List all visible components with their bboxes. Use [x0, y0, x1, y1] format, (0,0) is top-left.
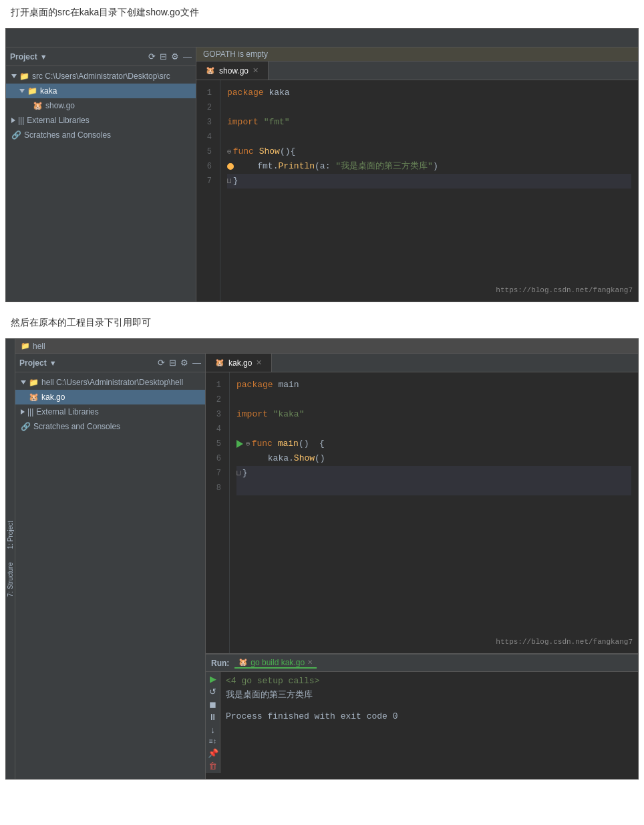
fn-show: Show	[259, 144, 280, 159]
rerun-btn[interactable]: ↺	[209, 687, 216, 696]
tree-label-scratches-1: Scratches and Consoles	[24, 130, 111, 140]
code-area-2[interactable]: package main import "kaka"	[230, 372, 638, 653]
window-title-icon: 📁	[21, 342, 30, 350]
ln2-7: 7	[211, 466, 221, 481]
tab-go-icon-2: 🐹	[215, 358, 224, 367]
folder-icon-hell: 📁	[29, 378, 39, 387]
tab-close-kak-go[interactable]: ✕	[256, 358, 262, 367]
folder-icon-src: 📁	[19, 72, 29, 81]
expand-icon-ext	[11, 118, 15, 123]
ide-main-2: Project ▼ ⟳ ⊟ ⚙ — 📁 hell C:\U	[15, 354, 638, 779]
code-line-2-2	[236, 392, 631, 407]
kw-func-1: func	[233, 144, 254, 159]
kw-func-2: func	[252, 437, 273, 451]
tree-label-ext-libs-1: External Libraries	[27, 116, 89, 125]
window-title-text: hell	[33, 342, 45, 351]
func-end-indicator: ⊔	[227, 174, 232, 189]
ln2-1: 1	[211, 378, 221, 392]
stop-btn[interactable]: ◼	[209, 700, 216, 709]
collapse-icon[interactable]: ⊟	[160, 52, 167, 61]
tree-item-show-go[interactable]: 🐹 show.go	[6, 98, 196, 113]
tree-item-src[interactable]: 📁 src C:\Users\Administrator\Desktop\src	[6, 69, 196, 84]
instruction-2: 然后在原本的工程目录下引用即可	[0, 310, 644, 336]
line-numbers-1: 1 2 3 4 5 6 7	[196, 80, 220, 302]
go-file-icon-2: 🐹	[29, 392, 39, 402]
sync-icon-2[interactable]: ⟳	[158, 358, 165, 367]
delete-btn[interactable]: 🗑	[208, 761, 217, 770]
tree-item-scratches-1[interactable]: 🔗 Scratches and Consoles	[6, 128, 196, 142]
import-fmt-1: "fmt"	[264, 115, 290, 130]
ide-sidebar-2: Project ▼ ⟳ ⊟ ⚙ — 📁 hell C:\U	[15, 354, 206, 779]
run-sidebar-btns: ▶ ↺ ◼ ⏸ ↓ ≡↕ 📌 🗑	[206, 672, 220, 773]
scroll-end-btn[interactable]: ↓	[210, 725, 215, 734]
minimize-icon-2[interactable]: —	[192, 358, 201, 367]
settings-icon[interactable]: ⚙	[171, 52, 179, 61]
pin-btn[interactable]: 📌	[208, 749, 218, 757]
instruction-1: 打开桌面的src在kaka目录下创建show.go文件	[0, 0, 644, 25]
tree-label-src: src C:\Users\Administrator\Desktop\src	[32, 72, 170, 81]
tab-close-show-go[interactable]: ✕	[253, 66, 259, 75]
sidebar-tree-2: 📁 hell C:\Users\Administrator\Desktop\he…	[15, 372, 205, 437]
tab-show-go[interactable]: 🐹 show.go ✕	[196, 62, 269, 80]
left-tab-project[interactable]: 1: Project	[7, 521, 14, 549]
go-file-icon: 🐹	[33, 101, 43, 110]
run-tab-label: go build kak.go	[251, 658, 305, 667]
sidebar-toolbar-right-2[interactable]: ⟳ ⊟ ⚙ —	[158, 358, 201, 367]
scratches-icon: 🔗	[11, 130, 21, 140]
println-method: Println	[278, 159, 315, 174]
ln-6: 6	[202, 159, 212, 174]
code-line-1-1: package kaka	[227, 86, 631, 100]
ext-libs-icon: |||	[18, 116, 24, 125]
run-btn[interactable]: ▶	[210, 675, 216, 683]
window-title-bar: 📁 hell	[15, 339, 638, 354]
sidebar-toolbar-1: Project ▼ ⟳ ⊟ ⚙ —	[6, 47, 196, 66]
tree-item-scratches-2[interactable]: 🔗 Scratches and Consoles	[15, 419, 205, 434]
sidebar-toolbar-left: Project ▼	[10, 52, 47, 62]
ide-window-1: Project ▼ ⟳ ⊟ ⚙ — 📁 src C:\Us	[5, 28, 639, 302]
code-line-2-4	[236, 422, 631, 437]
minimize-icon[interactable]: —	[183, 52, 192, 61]
call-paren-close: )	[433, 159, 438, 174]
tree-item-kaka[interactable]: 📁 kaka	[6, 84, 196, 98]
str-value: "我是桌面的第三方类库"	[335, 159, 433, 174]
ln2-3: 3	[211, 407, 221, 422]
run-output-calls: <4 go setup calls>	[226, 676, 633, 686]
tree-item-hell[interactable]: 📁 hell C:\Users\Administrator\Desktop\he…	[15, 375, 205, 390]
sync-icon[interactable]: ⟳	[148, 52, 156, 61]
dot-1: .	[273, 159, 279, 174]
folder-icon-kaka: 📁	[27, 86, 37, 96]
call-paren: (	[315, 159, 320, 174]
watermark-2: https://blog.csdn.net/fangkang7	[496, 634, 633, 649]
bracket-end: ⊔	[236, 466, 241, 481]
tab-kak-go[interactable]: 🐹 kak.go ✕	[206, 354, 272, 372]
sidebar-tree-1: 📁 src C:\Users\Administrator\Desktop\src…	[6, 66, 196, 145]
kw-package-2: package	[236, 378, 273, 392]
brace-open-1: {	[290, 144, 295, 159]
run-tab-close[interactable]: ✕	[307, 659, 313, 666]
sort-btn[interactable]: ≡↕	[209, 738, 216, 745]
tree-item-ext-libs-1[interactable]: ||| External Libraries	[6, 113, 196, 128]
sidebar-toolbar-right-1[interactable]: ⟳ ⊟ ⚙ —	[148, 52, 192, 61]
collapse-icon-2[interactable]: ⊟	[169, 358, 176, 367]
brace-open-2: {	[319, 437, 325, 451]
ln2-5: 5	[211, 437, 221, 451]
left-tab-structure[interactable]: 7: Structure	[7, 562, 14, 597]
sidebar-dropdown-icon-2: ▼	[49, 359, 57, 367]
ln-4: 4	[202, 130, 212, 144]
settings-icon-2[interactable]: ⚙	[180, 358, 188, 367]
tree-item-ext-libs-2[interactable]: ||| External Libraries	[15, 404, 205, 419]
expand-icon-hell	[21, 380, 26, 384]
run-panel: Run: 🐹 go build kak.go ✕ ▶ ↺ ◼	[206, 653, 638, 773]
ln2-2: 2	[211, 392, 221, 407]
tree-item-kak-go[interactable]: 🐹 kak.go	[15, 390, 205, 404]
run-tab-kak[interactable]: 🐹 go build kak.go ✕	[234, 658, 317, 669]
ln-7: 7	[202, 174, 212, 189]
brace-close-1: }	[233, 174, 238, 189]
code-area-1[interactable]: package kaka import "fmt" ⊖	[220, 80, 638, 302]
tree-label-kaka: kaka	[40, 86, 57, 96]
show-method: Show	[294, 451, 315, 466]
tree-label-kak-go: kak.go	[41, 392, 65, 402]
pause-resume-btn[interactable]: ⏸	[208, 713, 217, 721]
code-line-2-7: ⊔ }	[236, 466, 631, 481]
editor-tabs-1: 🐹 show.go ✕	[196, 62, 638, 80]
